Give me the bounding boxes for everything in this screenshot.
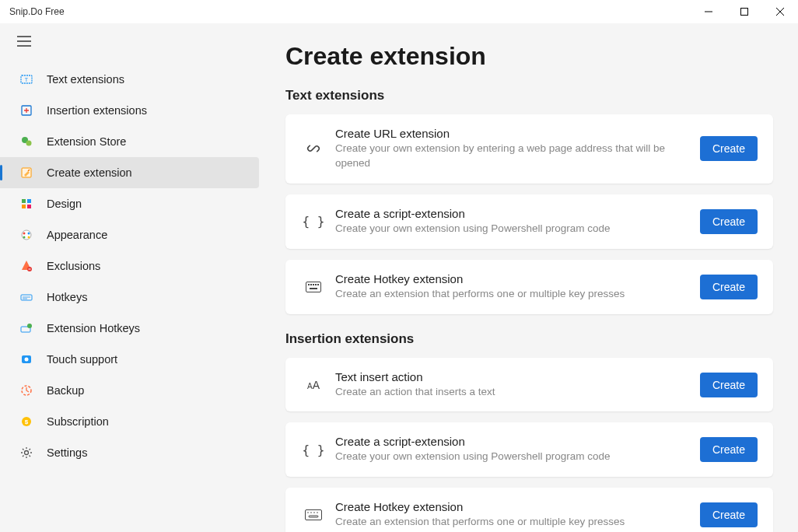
sidebar-item-label: Subscription xyxy=(47,415,109,428)
sidebar-item-design[interactable]: Design xyxy=(0,188,259,219)
svg-point-18 xyxy=(23,233,26,235)
hamburger-icon xyxy=(17,36,31,47)
design-icon xyxy=(19,196,34,212)
svg-rect-15 xyxy=(22,205,26,208)
svg-rect-46 xyxy=(309,516,318,517)
svg-point-19 xyxy=(28,233,30,235)
sidebar-item-insert-ext[interactable]: Insertion extensions xyxy=(0,95,259,126)
svg-point-44 xyxy=(313,512,315,513)
close-icon xyxy=(776,8,784,16)
create-button[interactable]: Create xyxy=(700,136,758,161)
create-button[interactable]: Create xyxy=(700,209,758,234)
svg-point-11 xyxy=(26,141,32,146)
sidebar-item-appearance[interactable]: Appearance xyxy=(0,219,259,250)
card-title: Create Hotkey extension xyxy=(335,272,694,285)
sidebar-item-create[interactable]: Create extension xyxy=(0,157,259,188)
extension-card: { }Create a script-extensionCreate your … xyxy=(285,422,773,477)
svg-rect-38 xyxy=(315,284,317,285)
create-button[interactable]: Create xyxy=(700,275,758,299)
card-body: Create a script-extensionCreate your own… xyxy=(329,435,700,464)
page-title: Create extension xyxy=(285,42,773,71)
svg-rect-40 xyxy=(310,288,317,289)
card-title: Create a script-extension xyxy=(335,207,694,220)
card-title: Create Hotkey extension xyxy=(335,500,694,513)
sidebar-item-label: Settings xyxy=(47,446,87,459)
section-title: Text extensions xyxy=(285,88,773,103)
extension-card: Create Hotkey extensionCreate an extensi… xyxy=(285,260,773,314)
svg-rect-36 xyxy=(310,284,312,285)
svg-rect-13 xyxy=(22,199,26,203)
svg-rect-37 xyxy=(313,284,314,285)
sidebar-item-label: Exclusions xyxy=(47,260,100,272)
sidebar-item-hotkeys[interactable]: Hotkeys xyxy=(0,282,259,313)
svg-text:$: $ xyxy=(25,418,29,425)
extension-card: Create Hotkey extensionCreate an extensi… xyxy=(285,488,773,532)
text-ext-icon: T xyxy=(19,72,34,87)
svg-rect-34 xyxy=(306,282,321,292)
braces-icon: { } xyxy=(298,443,329,457)
sidebar-item-ext-hotkeys[interactable]: Extension Hotkeys xyxy=(0,313,259,344)
sidebar-item-exclusions[interactable]: Exclusions xyxy=(0,250,259,282)
svg-rect-16 xyxy=(27,205,31,208)
card-description: Create an extension that performs one or… xyxy=(335,515,694,530)
svg-point-29 xyxy=(25,358,29,362)
section: Insertion extensionsAAText insert action… xyxy=(285,331,773,532)
section-title: Insertion extensions xyxy=(285,331,773,347)
hamburger-menu[interactable] xyxy=(0,30,261,64)
sidebar-item-label: Extension Hotkeys xyxy=(47,322,140,334)
appearance-icon xyxy=(19,227,34,243)
svg-rect-35 xyxy=(308,284,310,285)
minimize-icon xyxy=(705,8,712,16)
sidebar-item-settings[interactable]: Settings xyxy=(0,437,259,468)
sidebar-item-subscription[interactable]: $Subscription xyxy=(0,406,259,437)
svg-point-20 xyxy=(23,236,26,239)
sidebar-item-label: Backup xyxy=(47,384,84,397)
sidebar-item-label: Hotkeys xyxy=(47,291,87,303)
minimize-button[interactable] xyxy=(691,0,726,23)
card-body: Create URL extensionCreate your own exte… xyxy=(329,127,700,171)
card-title: Create URL extension xyxy=(335,127,694,140)
sidebar-item-label: Text extensions xyxy=(47,73,124,86)
sidebar-item-text-ext[interactable]: TText extensions xyxy=(0,64,259,95)
sidebar-item-label: Create extension xyxy=(47,166,132,179)
svg-rect-14 xyxy=(27,199,31,203)
card-description: Create an action that inserts a text xyxy=(335,385,694,400)
touch-icon xyxy=(19,352,34,367)
card-title: Text insert action xyxy=(335,370,694,383)
svg-point-42 xyxy=(307,512,309,513)
main-content: Create extension Text extensionsCreate U… xyxy=(261,23,798,532)
create-button[interactable]: Create xyxy=(700,437,758,462)
svg-rect-23 xyxy=(21,295,32,300)
sidebar-item-touch[interactable]: Touch support xyxy=(0,344,259,375)
svg-rect-1 xyxy=(741,9,748,16)
svg-text:T: T xyxy=(25,77,29,82)
hotkeys-icon xyxy=(19,289,34,305)
sidebar-item-store[interactable]: Extension Store xyxy=(0,126,259,157)
card-description: Create your own extension using Powershe… xyxy=(335,450,694,464)
titlebar: Snip.Do Free xyxy=(0,0,798,23)
create-icon xyxy=(19,165,34,180)
card-title: Create a script-extension xyxy=(335,435,694,448)
svg-point-17 xyxy=(22,230,31,240)
section: Text extensionsCreate URL extensionCreat… xyxy=(285,88,773,314)
font-icon: AA xyxy=(298,379,329,391)
sidebar-item-backup[interactable]: Backup xyxy=(0,375,259,406)
card-body: Create Hotkey extensionCreate an extensi… xyxy=(329,500,700,530)
sidebar: TText extensionsInsertion extensionsExte… xyxy=(0,23,261,532)
insert-ext-icon xyxy=(19,103,34,118)
app-title: Snip.Do Free xyxy=(9,6,691,17)
card-description: Create an extension that performs one or… xyxy=(335,287,694,302)
sidebar-item-label: Insertion extensions xyxy=(47,104,147,117)
close-button[interactable] xyxy=(762,0,798,23)
maximize-button[interactable] xyxy=(726,0,762,23)
subscription-icon: $ xyxy=(19,414,34,429)
link-icon xyxy=(298,141,329,156)
create-button[interactable]: Create xyxy=(700,373,758,397)
sidebar-item-label: Appearance xyxy=(47,229,107,241)
braces-icon: { } xyxy=(298,214,329,229)
store-icon xyxy=(19,134,34,149)
create-button[interactable]: Create xyxy=(700,502,758,527)
sidebar-item-label: Touch support xyxy=(47,353,117,366)
settings-icon xyxy=(19,445,34,460)
svg-point-21 xyxy=(28,236,30,239)
